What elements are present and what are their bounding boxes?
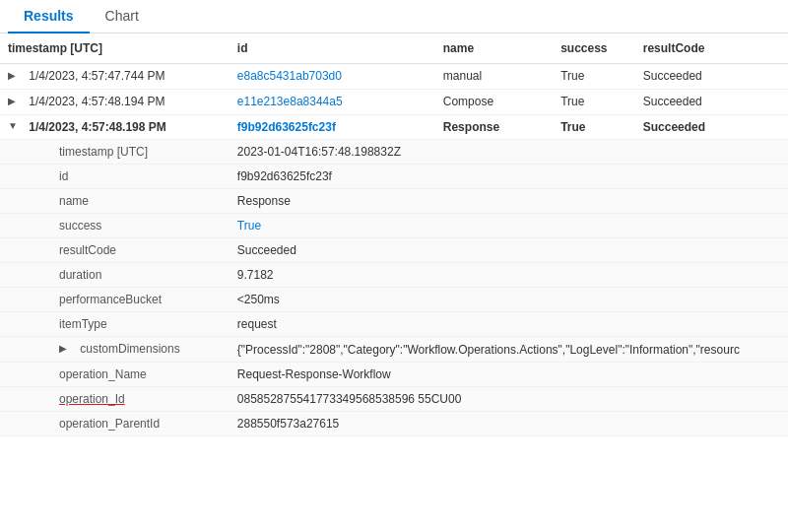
detail-label-name: name — [0, 189, 230, 214]
tab-results[interactable]: Results — [8, 0, 90, 33]
cell-success: True — [553, 64, 635, 90]
detail-value-success: True — [230, 214, 788, 238]
detail-value-operation-parentid: 288550f573a27615 — [230, 412, 788, 436]
cell-timestamp: ▶ 1/4/2023, 4:57:47.744 PM — [0, 64, 230, 90]
table-header-row: timestamp [UTC] id name success resultCo… — [0, 33, 788, 64]
detail-row-resultcode: resultCode Succeeded — [0, 238, 788, 263]
detail-row-operation-parentid: operation_ParentId 288550f573a27615 — [0, 412, 788, 436]
detail-value-id: f9b92d63625fc23f — [230, 165, 788, 189]
results-table-wrap: timestamp [UTC] id name success resultCo… — [0, 33, 788, 526]
detail-label-id: id — [0, 165, 230, 189]
cell-timestamp: ▶ 1/4/2023, 4:57:48.194 PM — [0, 89, 230, 114]
results-table: timestamp [UTC] id name success resultCo… — [0, 33, 788, 436]
detail-row-duration: duration 9.7182 — [0, 263, 788, 288]
cell-id: e8a8c5431ab703d0 — [230, 64, 435, 90]
detail-row-id: id f9b92d63625fc23f — [0, 165, 788, 189]
col-header-success: success — [553, 33, 635, 64]
cell-id: e11e213e8a8344a5 — [230, 89, 435, 114]
table-row[interactable]: ▶ 1/4/2023, 4:57:48.194 PM e11e213e8a834… — [0, 89, 788, 114]
expand-icon-customdimensions[interactable]: ▶ — [59, 343, 73, 357]
detail-label-duration: duration — [0, 263, 230, 288]
cell-name: Compose — [435, 89, 553, 114]
detail-value-operation-id: 085852875541773349568538596 55CU00 — [230, 387, 788, 412]
expand-icon-row3[interactable]: ▼ — [8, 120, 22, 134]
detail-value-itemtype: request — [230, 312, 788, 337]
expand-icon-row2[interactable]: ▶ — [8, 96, 22, 109]
detail-label-operation-parentid: operation_ParentId — [0, 412, 230, 436]
col-header-timestamp: timestamp [UTC] — [0, 33, 230, 64]
cell-resultcode: Succeeded — [635, 114, 788, 140]
detail-row-performancebucket: performanceBucket <250ms — [0, 288, 788, 312]
detail-label-performancebucket: performanceBucket — [0, 288, 230, 312]
id-link-row2[interactable]: e11e213e8a8344a5 — [237, 95, 343, 108]
operation-id-label-text: operation_Id — [59, 392, 125, 406]
col-header-name: name — [435, 33, 553, 64]
tabs-bar: Results Chart — [0, 0, 788, 33]
detail-value-performancebucket: <250ms — [230, 288, 788, 312]
detail-value-timestamp: 2023-01-04T16:57:48.198832Z — [230, 140, 788, 165]
col-header-resultcode: resultCode — [635, 33, 788, 64]
detail-label-success: success — [0, 214, 230, 238]
detail-row-success: success True — [0, 214, 788, 238]
cell-success: True — [553, 114, 635, 140]
detail-value-duration: 9.7182 — [230, 263, 788, 288]
detail-label-timestamp: timestamp [UTC] — [0, 140, 230, 165]
table-row[interactable]: ▶ 1/4/2023, 4:57:47.744 PM e8a8c5431ab70… — [0, 64, 788, 90]
cell-success: True — [553, 89, 635, 114]
cell-name: manual — [435, 64, 553, 90]
cell-resultcode: Succeeded — [635, 64, 788, 90]
id-link-row3[interactable]: f9b92d63625fc23f — [237, 120, 336, 134]
detail-value-customdimensions: {"ProcessId":"2808","Category":"Workflow… — [230, 337, 788, 363]
detail-row-operation-id: operation_Id 085852875541773349568538596… — [0, 387, 788, 412]
id-link-row1[interactable]: e8a8c5431ab703d0 — [237, 69, 342, 83]
cell-timestamp: ▼ 1/4/2023, 4:57:48.198 PM — [0, 114, 230, 140]
detail-label-itemtype: itemType — [0, 312, 230, 337]
tab-chart[interactable]: Chart — [90, 0, 155, 33]
detail-row-customdimensions: ▶ customDimensions {"ProcessId":"2808","… — [0, 337, 788, 363]
detail-row-timestamp: timestamp [UTC] 2023-01-04T16:57:48.1988… — [0, 140, 788, 165]
detail-label-resultcode: resultCode — [0, 238, 230, 263]
detail-label-operation-id: operation_Id — [0, 387, 230, 412]
detail-value-name: Response — [230, 189, 788, 214]
detail-label-customdimensions: ▶ customDimensions — [0, 337, 230, 363]
detail-row-name: name Response — [0, 189, 788, 214]
detail-label-operation-name: operation_Name — [0, 363, 230, 387]
table-row row-expanded-main[interactable]: ▼ 1/4/2023, 4:57:48.198 PM f9b92d63625fc… — [0, 114, 788, 140]
cell-name: Response — [435, 114, 553, 140]
detail-value-operation-name: Request-Response-Workflow — [230, 363, 788, 387]
detail-row-itemtype: itemType request — [0, 312, 788, 337]
cell-id: f9b92d63625fc23f — [230, 114, 435, 140]
expand-icon-row1[interactable]: ▶ — [8, 70, 22, 84]
detail-row-operation-name: operation_Name Request-Response-Workflow — [0, 363, 788, 387]
col-header-id: id — [230, 33, 435, 64]
cell-resultcode: Succeeded — [635, 89, 788, 114]
detail-value-resultcode: Succeeded — [230, 238, 788, 263]
